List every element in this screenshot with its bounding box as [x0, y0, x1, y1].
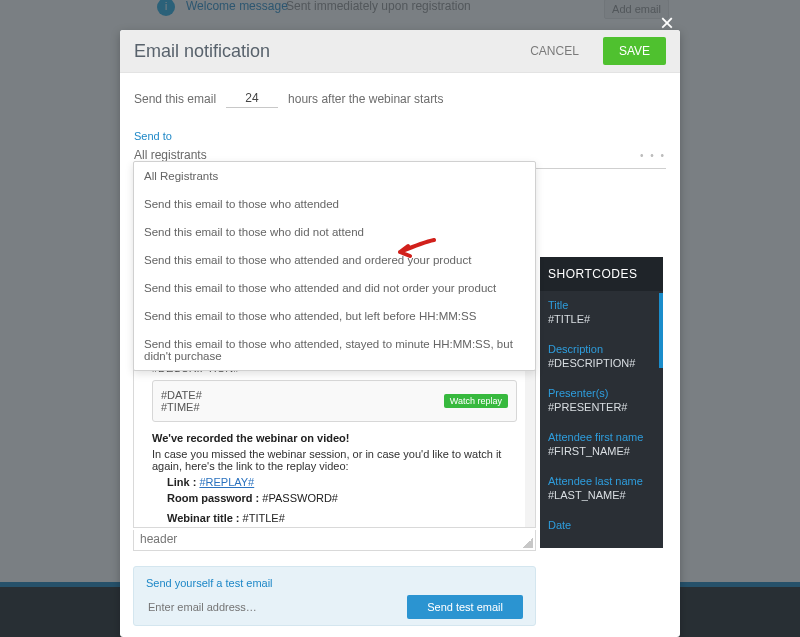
recorded-heading: We've recorded the webinar on video! [152, 432, 517, 444]
webinar-title-row: Webinar title : #TITLE# [166, 512, 517, 524]
dropdown-option[interactable]: Send this email to those who attended, s… [134, 330, 535, 370]
replay-link-row: Link : #REPLAY# [166, 476, 517, 488]
dropdown-option[interactable]: Send this email to those who did not att… [134, 218, 535, 246]
shortcodes-heading: SHORTCODES [540, 257, 663, 291]
sc-key: Attendee last name [548, 475, 655, 487]
panel-accent [659, 293, 663, 368]
sc-val[interactable]: #DESCRIPTION# [548, 357, 655, 369]
test-email-label: Send yourself a test email [146, 577, 523, 589]
sc-val[interactable]: #FIRST_NAME# [548, 445, 655, 457]
sc-val[interactable]: #TITLE# [548, 313, 655, 325]
element-path-bar[interactable]: header [133, 530, 536, 551]
time-token: #TIME# [161, 401, 202, 413]
cancel-button[interactable]: CANCEL [514, 37, 595, 65]
send-to-dropdown[interactable]: All Registrants Send this email to those… [133, 161, 536, 371]
dropdown-option[interactable]: Send this email to those who attended [134, 190, 535, 218]
sc-key: Attendee first name [548, 431, 655, 443]
send-test-email-button[interactable]: Send test email [407, 595, 523, 619]
send-to-label: Send to [134, 130, 666, 142]
webinar-title-token: #TITLE# [243, 512, 285, 524]
link-label: Link : [167, 476, 199, 488]
date-time-box: #DATE# #TIME# Watch replay [152, 380, 517, 422]
test-email-card: Send yourself a test email Send test ema… [133, 566, 536, 626]
hours-suffix: hours after the webinar starts [288, 92, 443, 106]
sc-key: Description [548, 343, 655, 355]
dropdown-option[interactable]: All Registrants [134, 162, 535, 190]
modal-header: Email notification CANCEL SAVE [120, 30, 680, 73]
replay-link[interactable]: #REPLAY# [199, 476, 254, 488]
sc-val[interactable]: #LAST_NAME# [548, 489, 655, 501]
resize-handle-icon[interactable] [523, 538, 533, 548]
send-timing-row: Send this email hours after the webinar … [134, 89, 666, 108]
sc-key: Date [548, 519, 655, 531]
save-button[interactable]: SAVE [603, 37, 666, 65]
send-to-value: All registrants [134, 148, 207, 162]
sc-val[interactable]: #PRESENTER# [548, 401, 655, 413]
webinar-title-label: Webinar title : [167, 512, 243, 524]
date-token: #DATE# [161, 389, 202, 401]
element-path-text: header [140, 532, 177, 546]
dropdown-option[interactable]: Send this email to those who attended an… [134, 246, 535, 274]
dropdown-option[interactable]: Send this email to those who attended, b… [134, 302, 535, 330]
shortcodes-panel: SHORTCODES Title#TITLE# Description#DESC… [540, 257, 663, 548]
dropdown-option[interactable]: Send this email to those who attended an… [134, 274, 535, 302]
sc-key: Title [548, 299, 655, 311]
password-token: #PASSWORD# [262, 492, 338, 504]
watch-replay-button[interactable]: Watch replay [444, 394, 508, 408]
annotation-arrow-icon [394, 238, 438, 264]
preview-paragraph: In case you missed the webinar session, … [152, 448, 517, 472]
test-email-input[interactable] [146, 600, 399, 614]
hours-input[interactable] [226, 89, 278, 108]
more-icon[interactable]: • • • [640, 150, 666, 161]
room-label: Room password : [167, 492, 262, 504]
send-label: Send this email [134, 92, 216, 106]
sc-key: Presenter(s) [548, 387, 655, 399]
room-password-row: Room password : #PASSWORD# [166, 492, 517, 504]
modal-title: Email notification [134, 41, 514, 62]
